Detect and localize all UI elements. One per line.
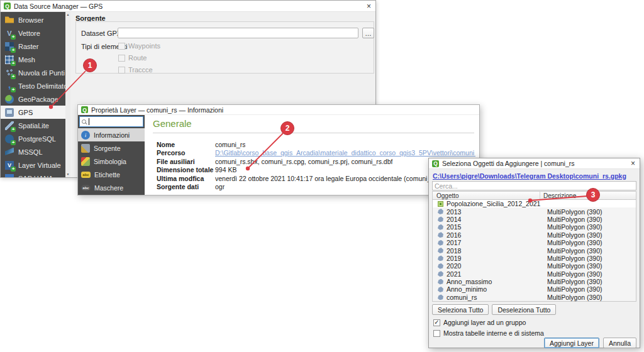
layer-properties-window: Proprietà Layer — comuni_rs — Informazio… xyxy=(77,104,480,195)
object-row[interactable]: Anno_massimo MultiPolygon (390) xyxy=(433,278,636,285)
object-row[interactable]: 2015 MultiPolygon (390) xyxy=(433,223,636,231)
browse-button[interactable]: … xyxy=(362,28,374,38)
object-row[interactable]: 2018 MultiPolygon (390) xyxy=(433,246,636,254)
scroll-up-icon[interactable]: ▲ xyxy=(67,13,70,16)
sidebar-item[interactable]: MSSQL xyxy=(1,145,70,158)
sidebar-item[interactable]: Raster xyxy=(1,40,70,53)
object-name: Anno_minimo xyxy=(447,285,544,293)
props-sidebar-item[interactable]: Maschere xyxy=(78,181,145,194)
selector-close-icon[interactable]: × xyxy=(630,160,636,167)
object-description: MultiPolygon (390) xyxy=(544,278,636,285)
polygon-icon xyxy=(438,209,443,214)
property-value: venerdì 22 ottobre 2021 10:41:17 ora leg… xyxy=(215,175,451,183)
sidebar-item[interactable]: Mesh xyxy=(1,53,70,66)
select-all-button[interactable]: Seleziona Tutto xyxy=(432,304,489,315)
gpkg-path-link[interactable]: C:\Users\pigre\Downloads\Telegram Deskto… xyxy=(433,172,626,180)
dsm-titlebar: Data Source Manager — GPS × xyxy=(1,1,375,12)
object-row[interactable]: 2021 MultiPolygon (390) xyxy=(433,270,636,278)
object-description: MultiPolygon (390) xyxy=(544,223,636,231)
object-row[interactable]: Anno_minimo MultiPolygon (390) xyxy=(433,285,636,293)
qgis-logo-icon xyxy=(81,106,88,113)
cancel-button[interactable]: Annulla xyxy=(603,338,636,348)
route-label: Route xyxy=(128,54,147,62)
deselect-all-button[interactable]: Deseleziona Tutto xyxy=(492,304,556,315)
mesh-icon xyxy=(5,55,14,64)
object-row[interactable]: 2017 MultiPolygon (390) xyxy=(433,239,636,246)
search-icon xyxy=(82,119,86,124)
props-sidebar-item[interactable]: Sorgente xyxy=(78,141,145,155)
props-sidebar-item[interactable]: Etichette xyxy=(78,168,145,181)
props-sidebar-item[interactable]: Simbologia xyxy=(78,155,145,168)
polygon-icon xyxy=(438,255,443,261)
property-row: Nome comuni_rs xyxy=(157,141,475,149)
object-name: 2019 xyxy=(447,255,544,262)
sidebar-item-label: MSSQL xyxy=(18,148,43,156)
props-search-input[interactable] xyxy=(79,116,143,127)
props-sidebar-item-label: Sorgente xyxy=(94,145,121,152)
property-row: Sorgente dati ogr xyxy=(157,183,475,191)
property-row: Ultima modfica venerdì 22 ottobre 2021 1… xyxy=(157,175,475,183)
property-value: 994 KB xyxy=(215,166,236,174)
show-system-tables-checkbox[interactable] xyxy=(433,330,440,337)
sidebar-item[interactable]: PostgreSQL xyxy=(1,132,70,145)
props-sidebar-item[interactable]: Informazioni xyxy=(78,128,145,141)
sidebar-item[interactable]: Layer Virtuale xyxy=(1,158,70,172)
sidebar-item[interactable]: Vettore xyxy=(1,26,70,40)
sidebar-item-label: Vettore xyxy=(18,30,40,37)
object-row[interactable]: 2016 MultiPolygon (390) xyxy=(433,231,636,239)
property-value: ogr xyxy=(215,183,225,191)
source-icon xyxy=(81,144,90,153)
sidebar-item[interactable]: Nuvola di Punti xyxy=(1,66,70,79)
sidebar-scrollbar[interactable]: ▲ ▼ xyxy=(65,12,70,177)
virtual-layer-icon xyxy=(5,161,14,170)
sidebar-item[interactable]: SAP HANA xyxy=(1,172,70,177)
sidebar-item[interactable]: GPS xyxy=(1,106,70,119)
column-header-description[interactable]: Descrizione xyxy=(540,192,636,199)
object-name: 2020 xyxy=(447,262,544,270)
objects-table: Oggetto Descrizione Popolazione_Sicilia_… xyxy=(432,191,636,302)
postgresql-icon xyxy=(5,135,14,143)
property-label: Percorso xyxy=(157,149,215,157)
props-titlebar: Proprietà Layer — comuni_rs — Informazio… xyxy=(78,105,479,115)
objects-search-input[interactable] xyxy=(432,181,636,190)
add-to-group-checkbox[interactable] xyxy=(433,319,440,326)
source-groupbox: Dataset GPX … Tipi di elementi Waypoints… xyxy=(75,21,374,74)
sidebar-item-label: PostgreSQL xyxy=(18,135,56,143)
object-description: MultiPolygon (390) xyxy=(544,231,636,239)
dsm-close-icon[interactable]: × xyxy=(365,3,372,10)
selector-window-title: Seleziona Oggetti da Aggiungere | comuni… xyxy=(442,160,575,167)
symbology-icon xyxy=(81,157,90,166)
object-description: MultiPolygon (390) xyxy=(544,247,636,255)
sidebar-item[interactable]: Testo Delimitato xyxy=(1,79,70,92)
object-row[interactable]: 2013 MultiPolygon (390) xyxy=(433,207,636,215)
route-checkbox[interactable] xyxy=(118,55,125,62)
polygon-icon xyxy=(438,240,443,246)
dataset-gpx-input[interactable] xyxy=(118,28,358,38)
props-sidebar: Informazioni Sorgente Simbologia Etichet… xyxy=(78,115,145,195)
object-row[interactable]: 2014 MultiPolygon (390) xyxy=(433,216,636,223)
scroll-down-icon[interactable]: ▼ xyxy=(67,173,70,176)
object-row[interactable]: 2020 MultiPolygon (390) xyxy=(433,262,636,270)
object-description: MultiPolygon (390) xyxy=(544,285,636,293)
masks-icon xyxy=(81,185,91,191)
object-row[interactable]: 2019 MultiPolygon (390) xyxy=(433,255,636,262)
object-description: MultiPolygon (390) xyxy=(544,216,636,223)
qgis-logo-icon xyxy=(432,160,439,167)
waypoints-checkbox[interactable] xyxy=(118,43,125,50)
property-row: Percorso D:\Gitlab\corso_base_qgis_Arcad… xyxy=(157,149,475,157)
selector-titlebar: Seleziona Oggetti da Aggiungere | comuni… xyxy=(429,158,640,169)
sidebar-item[interactable]: SpatiaLite xyxy=(1,119,70,132)
heading-divider xyxy=(153,133,474,133)
tracks-checkbox[interactable] xyxy=(118,67,125,74)
object-row[interactable]: comuni_rs MultiPolygon (390) xyxy=(433,294,636,301)
add-layer-button[interactable]: Aggiungi Layer xyxy=(544,338,599,348)
sidebar-item[interactable]: GeoPackage xyxy=(1,92,70,106)
property-label: File ausiliari xyxy=(157,158,215,166)
column-header-object[interactable]: Oggetto xyxy=(433,192,540,200)
property-label: Nome xyxy=(157,141,215,149)
sidebar-item[interactable]: Browser xyxy=(1,13,70,26)
object-row[interactable]: Popolazione_Sicilia_2012_2021 xyxy=(433,200,636,207)
table-icon xyxy=(438,201,443,207)
sidebar-item-label: Browser xyxy=(18,16,43,24)
waypoints-checkbox-row: Waypoints xyxy=(118,42,160,50)
